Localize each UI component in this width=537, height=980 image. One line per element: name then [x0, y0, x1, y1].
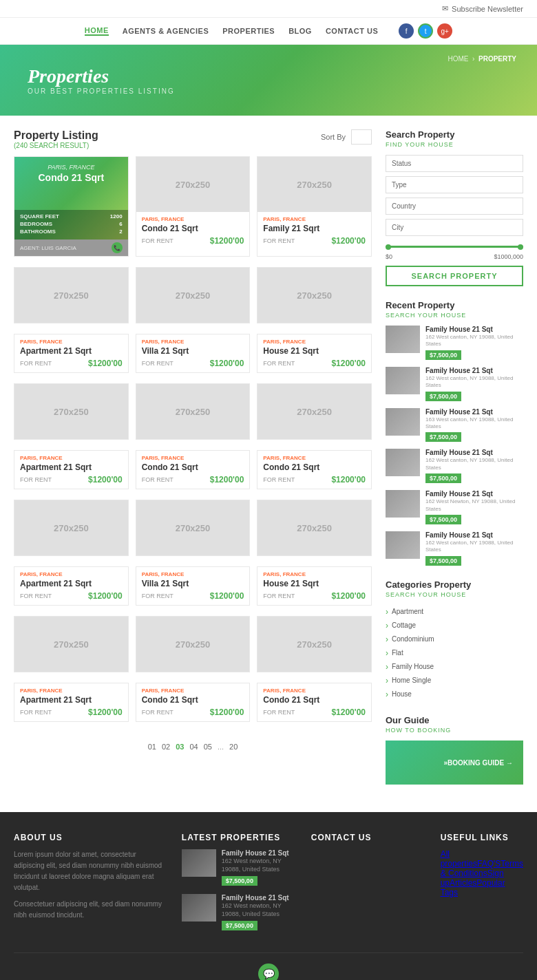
- prop-type: FOR RENT: [263, 360, 295, 367]
- list-item[interactable]: PARIS, FRANCE Condo 21 Sqrt FOR RENT $12…: [257, 683, 372, 722]
- property-grid-row5: 270x250270x250270x250: [14, 616, 372, 672]
- range-dot-right[interactable]: [518, 244, 523, 250]
- property-card-placeholder-2[interactable]: 270x250 PARIS, FRANCE Family 21 Sqrt FOR…: [257, 156, 372, 257]
- list-item[interactable]: PARIS, FRANCE House 21 Sqrt FOR RENT $12…: [257, 334, 372, 373]
- list-item[interactable]: PARIS, FRANCE Apartment 21 Sqrt FOR RENT…: [14, 683, 129, 722]
- range-track: [386, 246, 523, 248]
- type-select[interactable]: Type: [386, 176, 523, 193]
- prop-price: $1200'00: [210, 591, 244, 601]
- recent-property-price: $7,500,00: [425, 515, 461, 524]
- property-info: PARIS, FRANCE Apartment 21 Sqrt FOR RENT…: [14, 567, 128, 605]
- property-card-placeholder-1[interactable]: 270x250 PARIS, FRANCE Condo 21 Sqrt FOR …: [136, 156, 251, 257]
- prop-location: PARIS, FRANCE: [20, 688, 123, 694]
- recent-property-name: Family House 21 Sqt: [425, 531, 523, 540]
- list-item[interactable]: PARIS, FRANCE Apartment 21 Sqrt FOR RENT…: [14, 566, 129, 606]
- nav-contact[interactable]: CONTACT US: [326, 27, 378, 35]
- list-item[interactable]: PARIS, FRANCE Villa 21 Sqrt FOR RENT $12…: [136, 566, 251, 606]
- page-03[interactable]: 03: [176, 743, 184, 751]
- sort-select[interactable]: [351, 129, 372, 145]
- recent-property-item[interactable]: Family House 21 Sqt 162 West Newton, NY …: [386, 490, 523, 524]
- footer-link-item[interactable]: FAQ'S: [477, 859, 501, 869]
- phone-icon[interactable]: 📞: [112, 242, 123, 253]
- prop-name: Family 21 Sqrt: [263, 224, 366, 233]
- nav-properties[interactable]: PROPERTIES: [222, 27, 275, 35]
- property-card-ph[interactable]: 270x250: [257, 383, 372, 440]
- recent-property-item[interactable]: Family House 21 Sqt 162 West canton, NY …: [386, 326, 523, 360]
- placeholder-img: 270x250: [136, 500, 250, 555]
- recent-property-img: [386, 490, 420, 518]
- prop-name: Apartment 21 Sqrt: [20, 346, 123, 356]
- status-select[interactable]: Status: [386, 155, 523, 172]
- country-select[interactable]: Country: [386, 198, 523, 215]
- page-05[interactable]: 05: [204, 743, 212, 751]
- recent-property-item[interactable]: Family House 21 Sqt 162 West canton, NY …: [386, 531, 523, 566]
- listing-count: (240 SEARCH RESULT): [14, 142, 98, 149]
- category-item[interactable]: Family House: [386, 660, 523, 674]
- property-card-ph[interactable]: 270x250: [257, 267, 372, 323]
- twitter-icon[interactable]: t: [418, 23, 433, 39]
- property-card-ph[interactable]: 270x250: [257, 616, 372, 672]
- category-item[interactable]: Flat: [386, 646, 523, 660]
- chat-button[interactable]: 💬: [258, 963, 279, 980]
- category-item[interactable]: Condominium: [386, 632, 523, 646]
- footer-prop-item[interactable]: Family House 21 Sqt 162 West newton, NY …: [182, 894, 297, 930]
- list-item[interactable]: PARIS, FRANCE Villa 21 Sqrt FOR RENT $12…: [136, 334, 251, 373]
- breadcrumb-home[interactable]: HOME: [448, 55, 469, 63]
- nav-home[interactable]: HOME: [85, 26, 109, 36]
- footer-link-item[interactable]: All properties: [441, 849, 477, 869]
- property-card-featured[interactable]: PARIS, FRANCE Condo 21 Sqrt SQUARE FEET1…: [14, 156, 129, 257]
- list-item[interactable]: PARIS, FRANCE Condo 21 Sqrt FOR RENT $12…: [136, 450, 251, 489]
- guide-link[interactable]: »BOOKING GUIDE →: [443, 759, 513, 767]
- footer-link-item[interactable]: Articles: [450, 878, 476, 888]
- property-card-ph[interactable]: 270x250: [14, 500, 129, 556]
- recent-property-item[interactable]: Family House 21 Sqt 162 West canton, NY …: [386, 367, 523, 401]
- page-04[interactable]: 04: [189, 743, 198, 751]
- list-item[interactable]: PARIS, FRANCE Condo 21 Sqrt FOR RENT $12…: [257, 450, 372, 489]
- prop-location: PARIS, FRANCE: [142, 571, 244, 577]
- top-bar: Subscribe Newsletter: [0, 0, 537, 18]
- prop-footer: FOR RENT $1200'00: [263, 591, 366, 601]
- footer-props-list: Family House 21 Sqt 162 West newton, NY …: [182, 849, 297, 930]
- footer-prop-img: [182, 849, 216, 877]
- property-card-ph[interactable]: 270x250: [14, 267, 129, 323]
- subscribe-newsletter[interactable]: Subscribe Newsletter: [442, 4, 523, 13]
- category-item[interactable]: Home Single: [386, 674, 523, 688]
- list-item[interactable]: PARIS, FRANCE Apartment 21 Sqrt FOR RENT…: [14, 334, 129, 373]
- main-content: Property Listing (240 SEARCH RESULT) Sor…: [0, 116, 537, 812]
- property-info: PARIS, FRANCE Villa 21 Sqrt FOR RENT $12…: [136, 567, 250, 605]
- city-select[interactable]: City: [386, 219, 523, 236]
- nav-agents[interactable]: AGENTS & AGENCIES: [123, 27, 209, 35]
- nav-blog[interactable]: BLOG: [288, 27, 312, 35]
- range-dot-left[interactable]: [386, 244, 391, 250]
- googleplus-icon[interactable]: g+: [437, 23, 452, 39]
- page-20[interactable]: 20: [229, 743, 238, 751]
- guide-banner[interactable]: »BOOKING GUIDE →: [386, 741, 523, 785]
- prop-footer: FOR RENT $1200'00: [142, 236, 244, 246]
- property-card-ph[interactable]: 270x250: [136, 616, 251, 672]
- property-info: PARIS, FRANCE Condo 21 Sqrt FOR RENT $12…: [257, 451, 371, 489]
- list-item[interactable]: PARIS, FRANCE Apartment 21 Sqrt FOR RENT…: [14, 450, 129, 489]
- recent-property-item[interactable]: Family House 21 Sqt 163 West canton, NY …: [386, 408, 523, 443]
- property-card-ph[interactable]: 270x250: [136, 383, 251, 440]
- property-card-ph[interactable]: 270x250: [14, 616, 129, 672]
- list-item[interactable]: PARIS, FRANCE House 21 Sqrt FOR RENT $12…: [257, 566, 372, 606]
- hero-subtitle: OUR BEST PROPERTIES LISTING: [28, 87, 509, 95]
- property-card-ph[interactable]: 270x250: [136, 500, 251, 556]
- property-card-ph[interactable]: 270x250: [136, 267, 251, 323]
- property-card-ph[interactable]: 270x250: [14, 383, 129, 440]
- recent-property-item[interactable]: Family House 21 Sqt 162 West canton, NY …: [386, 449, 523, 483]
- category-item[interactable]: House: [386, 688, 523, 701]
- category-item[interactable]: Cottage: [386, 619, 523, 632]
- category-item[interactable]: Apartment: [386, 605, 523, 619]
- page-02[interactable]: 02: [162, 743, 170, 751]
- facebook-icon[interactable]: f: [399, 23, 414, 39]
- featured-card-image: PARIS, FRANCE Condo 21 Sqrt SQUARE FEET1…: [14, 157, 128, 239]
- prop-price: $1200'00: [88, 359, 123, 368]
- property-card-ph[interactable]: 270x250: [257, 500, 372, 556]
- footer-prop-item[interactable]: Family House 21 Sqt 162 West newton, NY …: [182, 849, 297, 886]
- listing-header: Property Listing (240 SEARCH RESULT) Sor…: [14, 129, 372, 149]
- page-01[interactable]: 01: [148, 743, 156, 751]
- list-item[interactable]: PARIS, FRANCE Condo 21 Sqrt FOR RENT $12…: [136, 683, 251, 722]
- footer-latest: LATEST PROPERTIES Family House 21 Sqt 16…: [182, 833, 297, 939]
- search-property-button[interactable]: SEARCH PROPERTY: [386, 266, 523, 286]
